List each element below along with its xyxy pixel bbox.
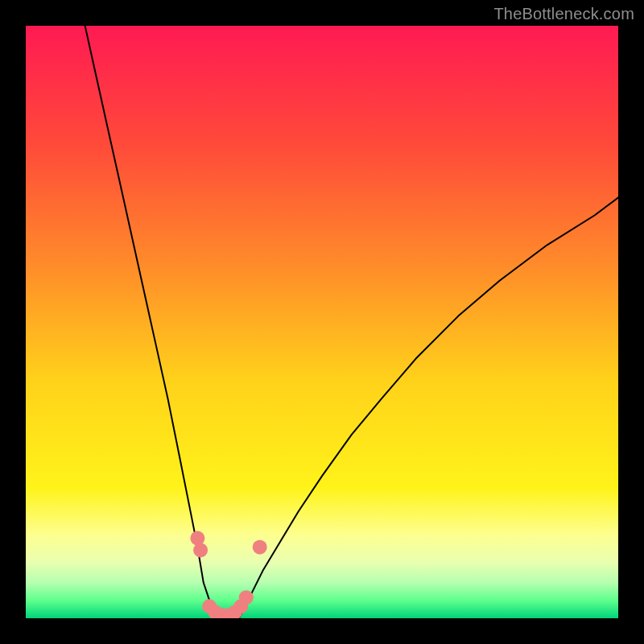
- curve-layer: [26, 26, 618, 618]
- highlight-dot: [239, 590, 254, 605]
- series-right-branch: [239, 197, 618, 618]
- watermark-text: TheBottleneck.com: [493, 5, 634, 23]
- chart-stage: TheBottleneck.com: [0, 0, 644, 644]
- highlight-dot: [253, 540, 267, 555]
- plot-area: [26, 26, 618, 618]
- highlight-dot: [193, 543, 208, 557]
- curve-lines: [85, 26, 618, 618]
- series-left-branch: [85, 26, 216, 618]
